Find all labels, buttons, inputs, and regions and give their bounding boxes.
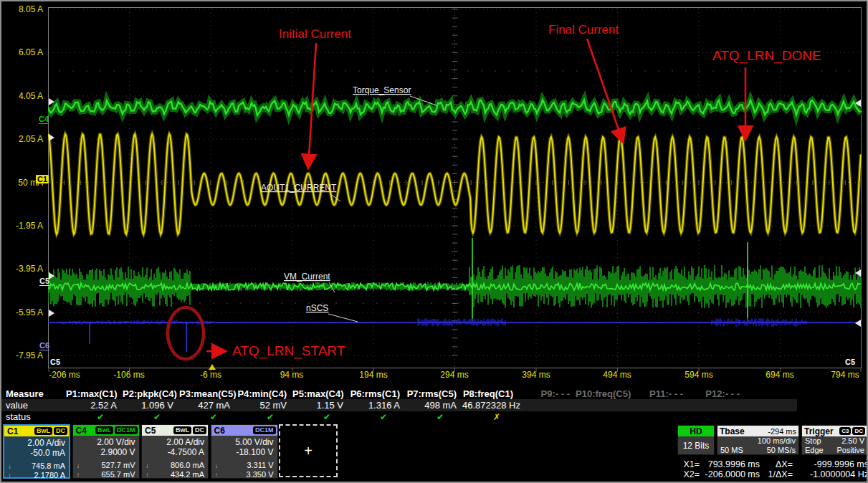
channel-coupling-badge: DC [193,426,206,434]
channel-offset-marker[interactable] [49,310,54,317]
timebase-delay-value: -294 ms [768,427,796,436]
channel-min-value: 527.7 mV [101,461,135,470]
measure-header-cell[interactable]: P12:- - - [689,388,745,399]
channel-id-label: C6 [213,426,225,436]
measure-status-cell: ✔ [236,412,292,422]
channel-scale-value: 2.00 A/div [142,437,208,447]
measure-status-cell: ✔ [292,412,349,422]
measure-value-cell: 2.52 A [66,400,123,411]
channel-id-label: C4 [75,426,87,436]
vm-current-trace-label: VM_Current [284,272,330,282]
cursor-x2-label: X2= [677,470,700,479]
measurement-table: MeasureP1:max(C1)P2:pkpk(C4)P3:mean(C5)P… [1,388,868,421]
annotation-initial-current: Initial Current [279,27,351,41]
measure-value-cell: 1.316 A [349,400,406,411]
trigger-type-value: Edge [805,446,824,455]
channel-marker-c5[interactable]: C5 [50,358,60,366]
hd-mode-label: HD [678,426,714,436]
annotation-atq-lrn-start: ATQ_LRN_START [232,343,345,359]
channel-offset-value: 2.9000 V [73,447,139,457]
hd-bits-value: 12 Bits [678,436,714,455]
measure-header-cell[interactable]: P5:max(C4) [292,388,349,399]
timebase-scale-value: 100 ms/div [758,436,796,446]
channel-offset-marker[interactable] [49,134,54,141]
measure-status-cell: ✔ [349,412,406,422]
y-axis-label: 2.05 A [1,134,43,144]
channel-max-value: 655.7 mV [101,470,135,479]
y-axis-label: -3.95 A [1,264,43,274]
measure-header-cell[interactable]: P10:freq(C5) [576,388,632,399]
aout1-current-trace-label: AOUT1_CURRENT [261,183,337,193]
channel-max-value: 3.350 V [247,470,274,479]
measure-header-cell[interactable]: P2:pkpk(C4) [123,388,179,399]
measure-value-cell: 46.872328 Hz [462,400,519,411]
annotation-final-current: Final Current [548,23,619,37]
measure-header-cell[interactable]: P6:rms(C1) [349,388,406,399]
measure-value-cell: 427 mA [179,400,236,411]
channel-marker-c1[interactable]: C1 [36,175,49,183]
channel-box-c6[interactable]: C6DC1M5.00 V/div-18.100 V↓3.311 V↑3.350 … [211,424,278,479]
y-axis-label: 8.05 A [1,4,43,14]
channel-scale-value: 2.00 A/div [4,438,69,448]
timebase-box[interactable]: Tbase -294 ms 100 ms/div 50 MS 50 MS/s [717,425,799,455]
measure-value-cell: 1.096 V [123,400,179,411]
channel-offset-value: -4.7500 A [142,447,208,457]
measure-header-cell[interactable]: P9:- - - [519,388,576,399]
hd-mode-box[interactable]: HD 12 Bits [677,425,715,455]
cursor-readout-row1: X1= 793.9996 ms ΔX= -999.9996 ms [677,460,868,469]
channel-min-value: 3.311 V [247,461,273,470]
measure-status-cell: ✔ [66,412,123,422]
measure-header-cell[interactable]: P4:min(C4) [236,388,292,399]
trigger-mode-value: Stop [805,436,821,446]
channel-min-value: 745.8 mA [32,462,65,471]
channel-offset-marker[interactable] [855,320,861,327]
cursor-x1-value: 793.9996 ms [700,460,760,469]
nscs-trace-label: nSCS [306,303,328,313]
channel-max-value: 434.2 mA [171,470,204,479]
channel-marker-c4[interactable]: C4 [39,115,49,124]
add-channel-button[interactable]: + [279,424,338,477]
measure-value-cell: 498 mA [406,400,462,411]
cursor-readout-row2: X2= -206.0000 ms 1/ΔX= -1.0000004 Hz [677,470,868,479]
measure-value-cell: 52 mV [236,400,292,411]
channel-coupling-badge: DC [54,427,67,435]
measure-status-cell: ✔ [179,412,236,422]
cursor-dx-label: ΔX= [760,460,793,469]
measure-header-cell[interactable]: P1:max(C1) [66,388,123,399]
trigger-box[interactable]: Trigger C3 DC Stop 2.50 V Edge Positive [801,425,868,455]
y-axis-label: 6.05 A [1,47,43,57]
add-channel-plus-icon: + [304,443,313,459]
cursor-x1-label: X1= [677,460,700,469]
measure-header-cell[interactable]: P7:rms(C5) [406,388,462,399]
measure-status-cell: ✔ [123,412,179,422]
timebase-samples-value: 50 MS [720,446,743,455]
channel-marker-c5[interactable]: C5 [39,277,49,286]
channel-box-c5[interactable]: C5BwLDC2.00 A/div-4.7500 A↓806.0 mA↑434.… [141,424,209,479]
trigger-label: Trigger [804,426,834,436]
trigger-time-marker[interactable] [209,364,216,370]
oscilloscope-app: 8.05 A6.05 A4.05 A2.05 A50 mA-1.95 A-3.9… [0,0,868,483]
channel-box-c1[interactable]: C1BwLDC2.00 A/div-50.0 mA↓745.8 mA↑2.178… [3,424,70,479]
measure-header-cell[interactable]: P11:- - - [632,388,689,399]
channel-id-label: C1 [6,426,18,436]
channel-marker-c6[interactable]: C6 [39,341,49,350]
measure-value-cell: 1.15 V [292,400,349,411]
waveform-display: Torque_Sensor AOUT1_CURRENT VM_Current n… [48,7,862,374]
y-axis-label: 4.05 A [1,91,43,101]
annotation-atq-lrn-done: ATQ_LRN_DONE [712,48,821,64]
cursor-invdx-value: -1.0000004 Hz [793,470,868,479]
channel-offset-value: -50.0 mA [4,448,69,458]
channel-marker-c5[interactable]: C5 [845,358,855,366]
channel-coupling-badge: DC1M [253,426,276,434]
atq-lrn-start-ellipse [168,307,204,359]
channel-box-c4[interactable]: C4BwLDC1M2.00 V/div2.9000 V↓527.7 mV↑655… [72,424,140,479]
measure-header-cell[interactable]: P3:mean(C5) [179,388,236,399]
channel-id-label: C5 [143,426,156,436]
measure-header-cell[interactable]: P8:freq(C1) [462,388,519,399]
cursor-x2-value: -206.0000 ms [700,470,760,479]
value-row-title: value [1,400,66,411]
trigger-coupling-badge: DC [852,427,865,435]
cursor-invdx-label: 1/ΔX= [760,470,793,479]
channel-min-value: 806.0 mA [171,461,204,470]
trigger-slope-value: Positive [836,446,864,455]
